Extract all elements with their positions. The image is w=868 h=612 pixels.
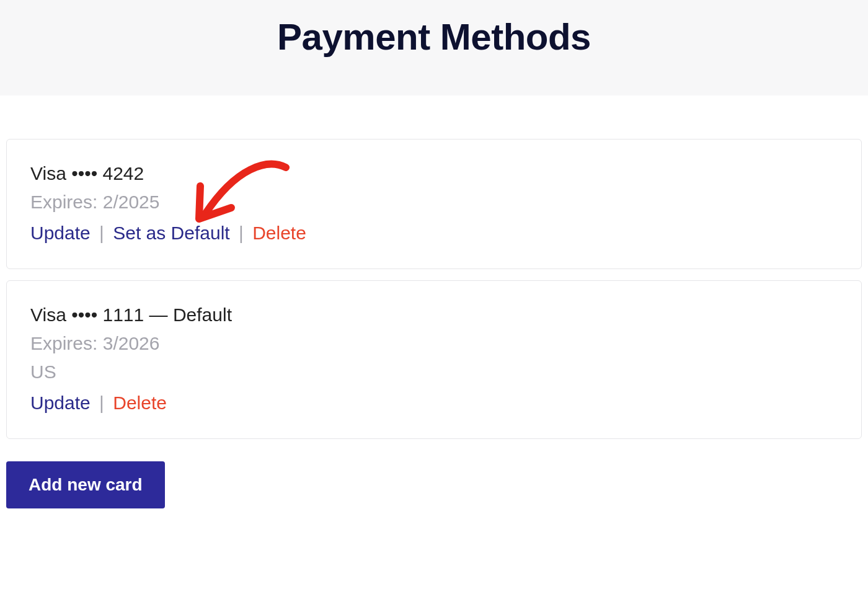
update-link[interactable]: Update: [30, 392, 91, 413]
delete-link[interactable]: Delete: [113, 392, 167, 413]
annotation-arrow-icon: [187, 146, 298, 233]
delete-link[interactable]: Delete: [252, 223, 306, 243]
page-header: Payment Methods: [0, 0, 868, 95]
update-link[interactable]: Update: [30, 223, 91, 243]
add-card-button[interactable]: Add new card: [6, 461, 165, 508]
card-actions: Update | Delete: [30, 392, 838, 414]
action-separator: |: [239, 223, 244, 243]
action-separator: |: [99, 392, 104, 413]
card-brand-last4: Visa •••• 1111 — Default: [30, 304, 838, 326]
payment-card: Visa •••• 4242 Expires: 2/2025 Update | …: [6, 139, 862, 269]
card-actions: Update | Set as Default | Delete: [30, 223, 838, 244]
card-expiry: Expires: 2/2025: [30, 192, 838, 213]
card-brand-last4: Visa •••• 4242: [30, 163, 838, 184]
set-default-link[interactable]: Set as Default: [113, 223, 229, 243]
card-country: US: [30, 361, 838, 383]
payment-methods-content: Visa •••• 4242 Expires: 2/2025 Update | …: [0, 95, 868, 533]
action-separator: |: [99, 223, 104, 243]
card-expiry: Expires: 3/2026: [30, 333, 838, 354]
page-title: Payment Methods: [12, 16, 856, 58]
payment-card: Visa •••• 1111 — Default Expires: 3/2026…: [6, 280, 862, 439]
